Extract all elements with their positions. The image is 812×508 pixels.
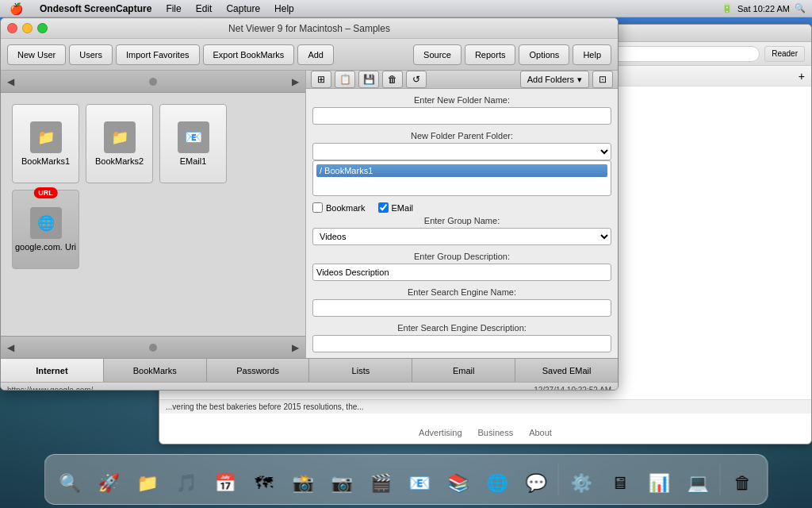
folder-name-label: Enter New Folder Name: bbox=[312, 95, 611, 105]
dock-icon-settings[interactable]: ⚙️ bbox=[563, 465, 599, 502]
dock-icon-messages[interactable]: 💬 bbox=[518, 465, 554, 502]
options-button[interactable]: Options bbox=[519, 44, 569, 65]
import-favorites-button[interactable]: Import Favorites bbox=[116, 44, 199, 65]
bookmark-label-3: google.com. Uri bbox=[15, 242, 76, 252]
window-title: Net Viewer 9 for Macintosh – Samples bbox=[228, 23, 390, 34]
folder-selected-row[interactable]: / BookMarks1 bbox=[316, 164, 607, 177]
dock-icon-maps[interactable]: 🗺 bbox=[246, 465, 282, 502]
menubar-right: 🔋 Sat 10:22 AM 🔍 bbox=[722, 3, 812, 13]
footer-advertising[interactable]: Advertising bbox=[419, 428, 462, 437]
email-checkbox[interactable] bbox=[378, 202, 389, 213]
footer-about[interactable]: About bbox=[529, 428, 552, 437]
bookmark-label-0: BookMarks1 bbox=[21, 156, 70, 166]
add-folders-button[interactable]: Add Folders ▾ bbox=[520, 71, 589, 88]
users-button[interactable]: Users bbox=[69, 44, 113, 65]
search-icon[interactable]: 🔍 bbox=[795, 3, 806, 13]
group-name-select[interactable]: Videos bbox=[312, 228, 611, 245]
menubar-file[interactable]: File bbox=[159, 3, 187, 14]
bookmark-item-1[interactable]: 📁 BookMarks2 bbox=[86, 104, 153, 183]
scroll-right-bottom-btn[interactable]: ▶ bbox=[292, 342, 299, 353]
menubar-items: File Edit Capture Help bbox=[159, 3, 300, 14]
search-engine-desc-section: Enter Search Engine Description: bbox=[312, 323, 611, 352]
group-name-section: Enter Group Name: Videos bbox=[312, 216, 611, 245]
add-folders-label: Add Folders bbox=[527, 75, 574, 84]
dock-icon-camera[interactable]: 📷 bbox=[324, 465, 360, 502]
right-panel: ⊞ 📋 💾 🗑 ↺ Add Folders ▾ ⊡ Enter New Fold… bbox=[306, 71, 618, 358]
dock-icon-calendar[interactable]: 📅 bbox=[207, 465, 243, 502]
reader-button[interactable]: Reader bbox=[764, 46, 805, 62]
menubar-app-name[interactable]: Ondesoft ScreenCapture bbox=[32, 3, 159, 14]
window-titlebar: Net Viewer 9 for Macintosh – Samples bbox=[1, 18, 618, 39]
form-tool-1[interactable]: 📋 bbox=[335, 71, 355, 88]
group-desc-input[interactable] bbox=[312, 264, 611, 281]
export-bookmarks-button[interactable]: Export BookMarks bbox=[203, 44, 295, 65]
dock-icon-mail[interactable]: 📧 bbox=[401, 465, 438, 502]
reports-button[interactable]: Reports bbox=[465, 44, 516, 65]
scroll-arrows-bottom: ◀ ▶ bbox=[1, 336, 305, 358]
dock-separator-2 bbox=[720, 464, 721, 495]
dock-icon-trash[interactable]: 🗑 bbox=[725, 465, 761, 502]
bookmark-icon-2: 📧 bbox=[178, 121, 209, 153]
dock-icon-terminal[interactable]: 🖥 bbox=[602, 465, 638, 502]
bm-add-btn[interactable]: + bbox=[799, 70, 805, 83]
menubar-capture[interactable]: Capture bbox=[220, 3, 266, 14]
scroll-left-btn[interactable]: ◀ bbox=[7, 76, 14, 87]
form-toolbar: ⊞ 📋 💾 🗑 ↺ Add Folders ▾ ⊡ bbox=[306, 71, 618, 89]
scroll-right-btn[interactable]: ▶ bbox=[292, 76, 299, 87]
min-btn[interactable] bbox=[22, 23, 33, 33]
url-badge: URL bbox=[33, 187, 58, 198]
tab-lists[interactable]: Lists bbox=[309, 359, 412, 382]
bookmark-checkbox[interactable] bbox=[312, 202, 323, 213]
dock-icon-files[interactable]: 📁 bbox=[129, 465, 166, 502]
dock-icon-photos[interactable]: 📸 bbox=[285, 465, 321, 502]
left-panel: ◀ ▶ 📁 BookMarks1 📁 BookMarks2 📧 EMail1 bbox=[1, 71, 306, 358]
dock-icon-finder[interactable]: 🔍 bbox=[52, 465, 88, 502]
parent-folder-label: New Folder Parent Folder: bbox=[312, 131, 611, 140]
bookmark-label-1: BookMarks2 bbox=[95, 156, 144, 166]
folder-display: / BookMarks1 bbox=[312, 160, 611, 196]
parent-folder-select[interactable] bbox=[312, 143, 611, 160]
source-button[interactable]: Source bbox=[413, 44, 462, 65]
dock-icon-books[interactable]: 📚 bbox=[440, 465, 477, 502]
dock-icon-laptop[interactable]: 💻 bbox=[680, 465, 716, 502]
tab-saved-email[interactable]: Saved EMail bbox=[515, 359, 618, 382]
dock-icon-browser[interactable]: 🌐 bbox=[479, 465, 515, 502]
bookmark-label-2: EMail1 bbox=[180, 156, 207, 166]
menubar-edit[interactable]: Edit bbox=[190, 3, 219, 14]
bookmark-item-3[interactable]: URL 🌐 google.com. Uri bbox=[12, 190, 79, 269]
search-engine-name-input[interactable] bbox=[312, 299, 611, 317]
bookmark-item-2[interactable]: 📧 EMail1 bbox=[159, 104, 227, 183]
footer-business[interactable]: Business bbox=[478, 428, 514, 437]
form-tool-extra[interactable]: ⊡ bbox=[592, 71, 613, 88]
apple-menu[interactable]: 🍎 bbox=[0, 2, 32, 15]
form-tool-4[interactable]: ↺ bbox=[406, 71, 427, 88]
form-tool-2[interactable]: 💾 bbox=[358, 71, 379, 88]
bookmark-icon-0: 📁 bbox=[30, 121, 62, 153]
dock-separator bbox=[558, 464, 559, 495]
tab-passwords[interactable]: Passwords bbox=[207, 359, 310, 382]
add-button[interactable]: Add bbox=[297, 44, 334, 65]
folder-name-input[interactable] bbox=[312, 107, 611, 125]
tab-bookmarks[interactable]: BookMarks bbox=[104, 359, 207, 382]
max-btn[interactable] bbox=[37, 23, 48, 33]
menubar-help[interactable]: Help bbox=[268, 3, 301, 14]
tab-internet[interactable]: Internet bbox=[1, 359, 104, 382]
search-engine-desc-input[interactable] bbox=[312, 335, 611, 352]
checkbox-row: Bookmark EMail bbox=[312, 202, 611, 213]
form-tool-0[interactable]: ⊞ bbox=[311, 71, 331, 88]
bookmark-checkbox-label: Bookmark bbox=[326, 203, 366, 213]
bookmark-item-0[interactable]: 📁 BookMarks1 bbox=[12, 104, 79, 183]
tab-email[interactable]: Email bbox=[412, 359, 515, 382]
new-user-button[interactable]: New User bbox=[7, 44, 66, 65]
scroll-left-bottom-btn[interactable]: ◀ bbox=[7, 342, 14, 353]
help-button[interactable]: Help bbox=[573, 44, 611, 65]
close-btn[interactable] bbox=[7, 23, 17, 33]
dock-icon-video[interactable]: 🎬 bbox=[362, 465, 399, 502]
dock-icon-activity[interactable]: 📊 bbox=[641, 465, 677, 502]
bookmark-checkbox-item: Bookmark bbox=[312, 202, 366, 213]
battery-indicator: 🔋 bbox=[722, 3, 733, 13]
dock-icon-music[interactable]: 🎵 bbox=[168, 465, 205, 502]
dock-icon-launchpad[interactable]: 🚀 bbox=[90, 465, 127, 502]
form-tool-3[interactable]: 🗑 bbox=[382, 71, 403, 88]
form-content: Enter New Folder Name: New Folder Parent… bbox=[306, 89, 618, 358]
